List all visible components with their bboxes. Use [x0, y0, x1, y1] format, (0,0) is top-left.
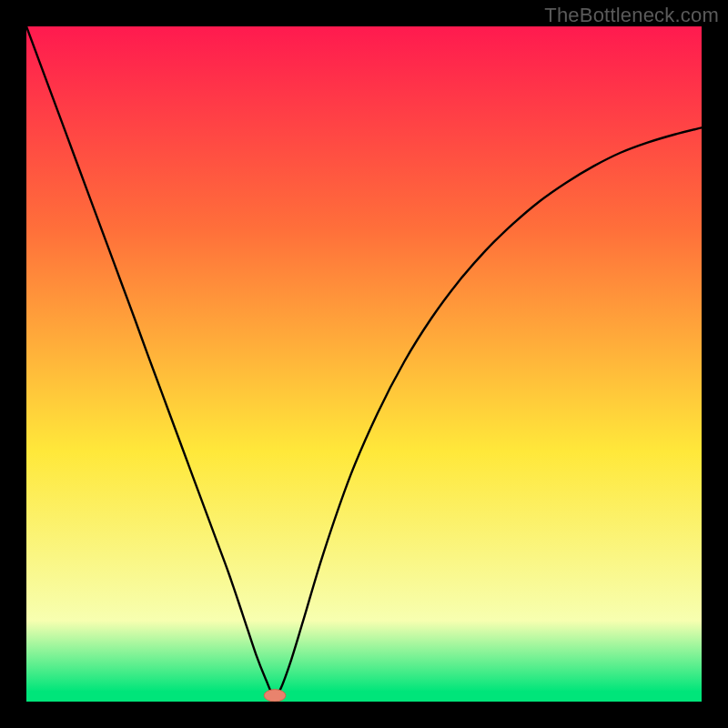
watermark-label: TheBottleneck.com: [544, 4, 719, 27]
plot-area: [26, 26, 702, 702]
optimal-point-marker: [264, 690, 286, 702]
chart-frame: TheBottleneck.com: [0, 0, 728, 728]
bottleneck-curve-chart: [26, 26, 702, 702]
gradient-background: [26, 26, 702, 702]
